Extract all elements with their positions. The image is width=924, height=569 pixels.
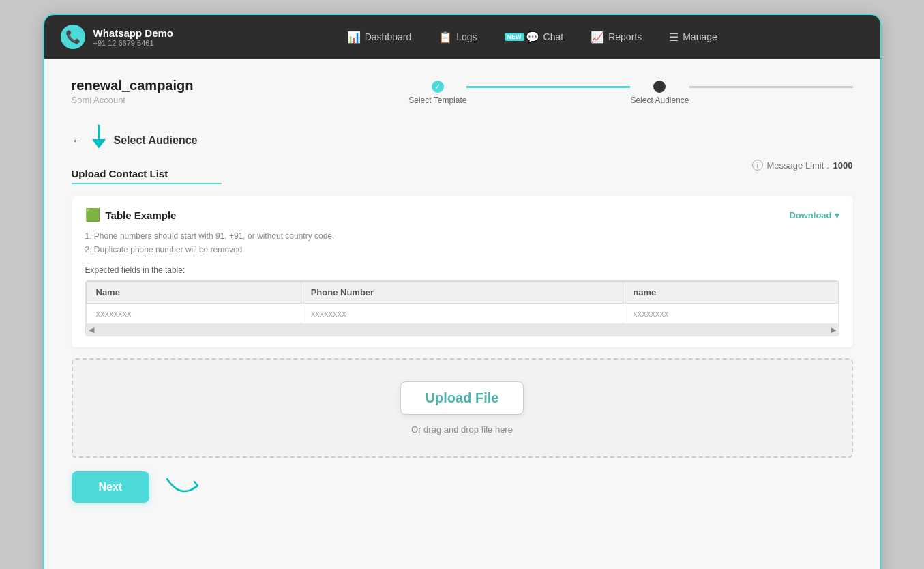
nav-logs-label: Logs	[456, 31, 477, 42]
step-2: Select Audience	[630, 81, 689, 105]
curved-arrow-annotation	[160, 472, 201, 502]
data-table: Name Phone Number name xxxxxxxx xxxxxxxx…	[86, 281, 839, 324]
step-line	[466, 86, 630, 88]
nav-chat-label: Chat	[543, 31, 564, 42]
upload-zone[interactable]: Upload File Or drag and drop file here	[72, 358, 853, 458]
section-heading: Select Audience	[114, 134, 198, 147]
table-scroll-container[interactable]: Name Phone Number name xxxxxxxx xxxxxxxx…	[86, 281, 839, 336]
campaign-title: renewal_campaign	[72, 78, 194, 93]
col-name2: name	[623, 281, 838, 303]
scroll-right-icon[interactable]: ▶	[831, 325, 836, 334]
header-row: renewal_campaign Somi Account ✓ Select T…	[72, 78, 853, 105]
col-phone: Phone Number	[301, 281, 623, 303]
step-1-dot: ✓	[432, 81, 444, 93]
brand-icon: 📞	[61, 25, 85, 49]
topnav: 📞 Whatsapp Demo +91 12 6679 5461 📊 Dashb…	[44, 15, 880, 59]
logs-icon: 📋	[438, 31, 452, 44]
table-wrapper: Name Phone Number name xxxxxxxx xxxxxxxx…	[85, 280, 839, 336]
content-area: renewal_campaign Somi Account ✓ Select T…	[44, 59, 880, 569]
brand-name: Whatsapp Demo	[93, 27, 174, 39]
manage-icon: ☰	[669, 31, 679, 44]
col-name: Name	[86, 281, 301, 303]
nav-reports-label: Reports	[608, 31, 642, 42]
nav-manage[interactable]: ☰ Manage	[655, 15, 731, 59]
back-arrow[interactable]: ←	[72, 134, 84, 148]
table-example-section: 🟩 Table Example Download ▾ 1. Phone numb…	[72, 196, 853, 347]
step-2-dot	[653, 81, 666, 93]
download-button[interactable]: Download ▾	[789, 210, 839, 220]
table-row: xxxxxxxx xxxxxxxx xxxxxxxx	[86, 303, 838, 323]
brand: 📞 Whatsapp Demo +91 12 6679 5461	[61, 25, 174, 49]
nav-reports[interactable]: 📈 Reports	[577, 15, 655, 59]
info-icon: i	[752, 160, 763, 171]
chevron-down-icon: ▾	[835, 210, 839, 220]
expected-fields-label: Expected fields in the table:	[85, 265, 839, 275]
stepper: ✓ Select Template Select Audience	[408, 81, 852, 105]
reports-icon: 📈	[591, 31, 604, 44]
message-limit-row: i Message Limit : 1000	[752, 160, 853, 171]
next-button[interactable]: Next	[72, 471, 150, 503]
excel-icon: 🟩	[85, 207, 100, 222]
down-arrow-annotation	[89, 124, 108, 157]
step-line-2	[689, 86, 853, 88]
nav-dashboard-label: Dashboard	[365, 31, 412, 42]
scroll-left-icon[interactable]: ◀	[89, 325, 94, 334]
step-1: ✓ Select Template	[408, 81, 466, 105]
nav-manage-label: Manage	[683, 31, 717, 42]
brand-phone: +91 12 6679 5461	[93, 39, 174, 47]
chat-new-badge: NEW	[505, 33, 524, 41]
upload-contact-label: Upload Contact List	[72, 168, 168, 179]
nav-dashboard[interactable]: 📊 Dashboard	[333, 15, 426, 59]
nav-logs[interactable]: 📋 Logs	[425, 15, 490, 59]
table-note-1: 1. Phone numbers should start with 91, +…	[85, 229, 839, 243]
drag-drop-text: Or drag and drop file here	[411, 424, 513, 435]
next-btn-container: Next	[72, 471, 853, 503]
dashboard-icon: 📊	[347, 31, 361, 44]
nav-links: 📊 Dashboard 📋 Logs NEW 💬 Chat 📈 Reports …	[200, 15, 863, 59]
message-limit-label: Message Limit :	[767, 160, 829, 171]
chat-icon: 💬	[526, 31, 539, 44]
table-example-title: Table Example	[106, 209, 177, 221]
cell-phone: xxxxxxxx	[301, 303, 623, 323]
table-notes: 1. Phone numbers should start with 91, +…	[85, 229, 839, 257]
campaign-account: Somi Account	[72, 95, 194, 105]
step-2-label: Select Audience	[630, 96, 689, 105]
upload-file-button[interactable]: Upload File	[400, 381, 524, 415]
nav-chat[interactable]: NEW 💬 Chat	[491, 15, 578, 59]
cell-name: xxxxxxxx	[86, 303, 301, 323]
step-1-label: Select Template	[408, 96, 466, 105]
table-note-2: 2. Duplicate phone number will be remove…	[85, 243, 839, 257]
table-example-header: 🟩 Table Example Download ▾	[85, 207, 839, 222]
table-example-title-row: 🟩 Table Example	[85, 207, 177, 222]
message-limit-value: 1000	[833, 160, 853, 171]
campaign-info: renewal_campaign Somi Account	[72, 78, 194, 105]
cell-name2: xxxxxxxx	[623, 303, 838, 323]
